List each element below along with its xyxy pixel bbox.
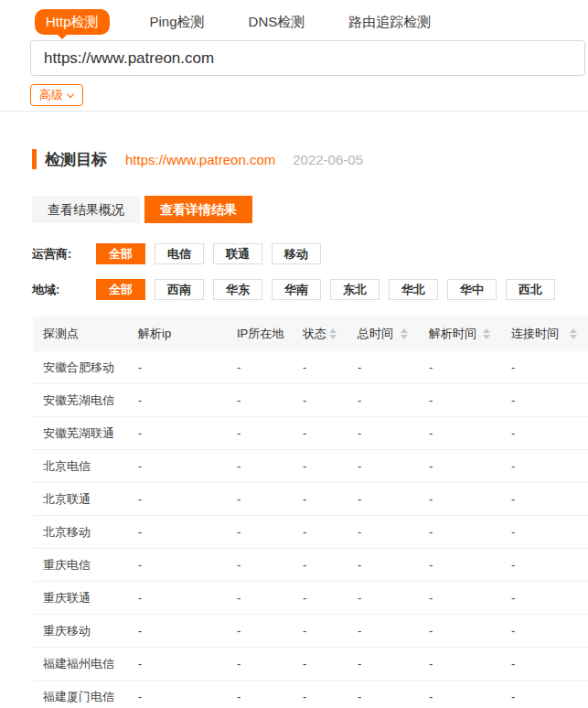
cell-connect-time: - xyxy=(501,657,588,670)
carrier-filter-button[interactable]: 全部 xyxy=(96,243,145,264)
cell-connect-time: - xyxy=(501,459,588,473)
carrier-filter-label: 运营商: xyxy=(32,246,96,263)
cell-probe-point: 重庆移动 xyxy=(33,623,128,639)
advanced-options-button[interactable]: 高级 xyxy=(30,84,83,106)
cell-ip-location: - xyxy=(227,558,293,572)
cell-resolve-ip: - xyxy=(128,426,227,440)
tab-dns[interactable]: DNS检测 xyxy=(249,12,305,32)
column-header-resolve-time: 解析时间 xyxy=(419,316,501,351)
region-filter-button[interactable]: 华北 xyxy=(389,279,438,300)
cell-ip-location: - xyxy=(227,690,293,703)
cell-resolve-time: - xyxy=(419,558,501,572)
region-filter-button[interactable]: 全部 xyxy=(96,279,145,300)
view-overview-button[interactable]: 查看结果概况 xyxy=(32,196,140,223)
table-header-row: 探测点 解析ip IP所在地 状态 总时间 解析时间 连接时间 xyxy=(33,316,588,351)
cell-ip-location: - xyxy=(227,459,293,473)
cell-status: - xyxy=(293,492,347,506)
sort-icon[interactable] xyxy=(329,328,337,339)
cell-resolve-ip: - xyxy=(128,558,227,572)
cell-resolve-time: - xyxy=(419,492,501,506)
cell-connect-time: - xyxy=(501,426,588,440)
cell-resolve-ip: - xyxy=(128,591,227,605)
region-filter-button[interactable]: 华南 xyxy=(272,279,321,300)
carrier-filter-row: 运营商: 全部 电信 联通 移动 xyxy=(32,243,588,264)
sort-icon[interactable] xyxy=(401,328,408,339)
region-filter-button[interactable]: 西北 xyxy=(506,279,555,300)
tab-ping[interactable]: Ping检测 xyxy=(150,12,205,32)
cell-resolve-time: - xyxy=(419,591,501,605)
cell-status: - xyxy=(293,426,347,440)
detection-tab-bar: Http检测 Ping检测 DNS检测 路由追踪检测 xyxy=(0,0,588,35)
region-filter-button[interactable]: 西南 xyxy=(155,279,204,300)
cell-ip-location: - xyxy=(227,393,293,407)
results-table: 探测点 解析ip IP所在地 状态 总时间 解析时间 连接时间 安徽合肥移动 xyxy=(33,316,588,708)
cell-total-time: - xyxy=(347,624,419,638)
cell-probe-point: 安徽芜湖电信 xyxy=(33,392,128,409)
advanced-row: 高级 xyxy=(0,76,588,106)
table-row: 北京联通 - - - - - - xyxy=(33,483,588,516)
section-divider xyxy=(0,111,588,112)
tab-http[interactable]: Http检测 xyxy=(35,9,110,35)
target-url-link[interactable]: https://www.patreon.com xyxy=(125,152,275,167)
region-filter-button[interactable]: 华东 xyxy=(213,279,262,300)
region-filter-button[interactable]: 华中 xyxy=(447,279,497,300)
region-filter-label: 地域: xyxy=(32,282,96,298)
carrier-filter-button[interactable]: 电信 xyxy=(155,243,204,264)
column-header-total-time: 总时间 xyxy=(347,316,419,351)
column-header-resolve-ip: 解析ip xyxy=(128,316,227,351)
column-header-status: 状态 xyxy=(293,316,347,351)
url-input-row xyxy=(0,35,588,76)
carrier-filter-button[interactable]: 联通 xyxy=(213,243,262,264)
cell-ip-location: - xyxy=(227,624,293,638)
cell-ip-location: - xyxy=(227,426,293,440)
result-view-toggle: 查看结果概况 查看详情结果 xyxy=(32,196,588,223)
view-detail-button[interactable]: 查看详情结果 xyxy=(144,196,252,223)
cell-resolve-time: - xyxy=(419,459,501,473)
sort-icon[interactable] xyxy=(570,328,577,339)
cell-resolve-ip: - xyxy=(128,657,227,670)
cell-resolve-time: - xyxy=(419,690,501,703)
table-row: 北京电信 - - - - - - xyxy=(33,450,588,483)
cell-status: - xyxy=(293,690,347,703)
cell-total-time: - xyxy=(347,690,419,703)
cell-status: - xyxy=(293,591,347,605)
column-header-connect-time: 连接时间 xyxy=(501,316,588,351)
table-row: 安徽合肥移动 - - - - - - xyxy=(33,351,588,384)
cell-resolve-ip: - xyxy=(128,459,227,473)
chevron-down-icon xyxy=(67,90,74,97)
accent-bar xyxy=(32,149,37,169)
table-row: 重庆电信 - - - - - - xyxy=(33,549,588,582)
cell-probe-point: 福建福州电信 xyxy=(33,656,128,672)
cell-total-time: - xyxy=(347,360,419,374)
url-input[interactable] xyxy=(30,40,585,76)
cell-resolve-ip: - xyxy=(128,525,227,539)
table-row: 安徽芜湖联通 - - - - - - xyxy=(33,417,588,450)
cell-probe-point: 北京移动 xyxy=(33,524,128,541)
cell-probe-point: 福建厦门电信 xyxy=(33,689,128,705)
cell-ip-location: - xyxy=(227,360,293,374)
advanced-options-label: 高级 xyxy=(39,88,63,102)
region-filter-button[interactable]: 东北 xyxy=(330,279,380,300)
table-row: 安徽芜湖电信 - - - - - - xyxy=(33,384,588,417)
cell-resolve-time: - xyxy=(419,525,501,539)
region-filter-options: 全部 西南 华东 华南 东北 华北 华中 西北 xyxy=(96,279,564,300)
cell-resolve-time: - xyxy=(419,426,501,440)
cell-status: - xyxy=(293,459,347,473)
carrier-filter-options: 全部 电信 联通 移动 xyxy=(96,243,330,264)
table-body: 安徽合肥移动 - - - - - - 安徽芜湖电信 - - - - - - 安徽… xyxy=(33,351,588,708)
cell-probe-point: 重庆电信 xyxy=(33,557,128,574)
cell-probe-point: 北京电信 xyxy=(33,458,128,475)
tab-traceroute[interactable]: 路由追踪检测 xyxy=(348,12,431,32)
cell-connect-time: - xyxy=(501,591,588,605)
cell-resolve-time: - xyxy=(419,624,501,638)
cell-ip-location: - xyxy=(227,657,293,670)
cell-connect-time: - xyxy=(501,624,588,638)
cell-resolve-time: - xyxy=(419,360,501,374)
cell-total-time: - xyxy=(347,591,419,605)
cell-status: - xyxy=(293,360,347,374)
carrier-filter-button[interactable]: 移动 xyxy=(272,243,321,264)
target-section-header: 检测目标 https://www.patreon.com 2022-06-05 xyxy=(32,148,588,170)
sort-icon[interactable] xyxy=(483,328,490,339)
cell-resolve-ip: - xyxy=(128,690,227,703)
region-filter-row: 地域: 全部 西南 华东 华南 东北 华北 华中 西北 xyxy=(32,279,588,300)
